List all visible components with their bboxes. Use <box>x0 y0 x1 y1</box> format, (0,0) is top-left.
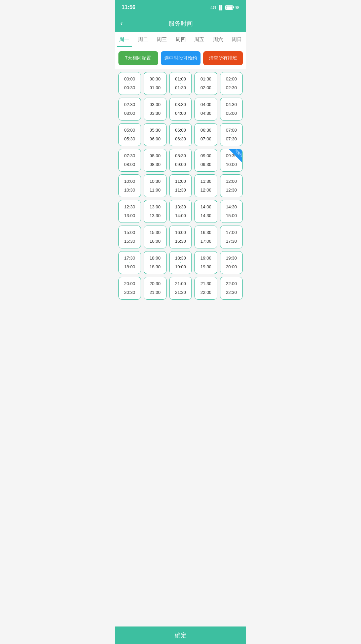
tab-周六[interactable]: 周六 <box>209 32 227 47</box>
time-slot[interactable]: 14:00·14:30 <box>194 200 217 223</box>
time-slot[interactable]: 22:00·22:30 <box>220 277 243 300</box>
header: ‹ 服务时间 <box>115 15 246 32</box>
time-slot[interactable]: 15:00·15:30 <box>118 226 141 248</box>
time-slot[interactable]: 00:30·01:00 <box>144 72 167 95</box>
time-slot[interactable]: 06:30·07:00 <box>194 123 217 146</box>
time-slot[interactable]: 09:30·10:00 <box>220 149 243 172</box>
time-slot[interactable]: 05:00·05:30 <box>118 123 141 146</box>
confirm-button[interactable]: 确定 <box>115 626 246 644</box>
time-slot[interactable]: 13:30·14:00 <box>169 200 192 223</box>
time-slot[interactable]: 04:30·05:00 <box>220 98 243 121</box>
tab-bar: 周一周二周三周四周五周六周日 <box>115 32 246 47</box>
tab-周三[interactable]: 周三 <box>152 32 171 47</box>
time-slot[interactable]: 11:30·12:00 <box>194 174 217 197</box>
tab-周一[interactable]: 周一 <box>115 32 134 47</box>
time-slot[interactable]: 06:00·06:30 <box>169 123 192 146</box>
time-slot[interactable]: 13:00·13:30 <box>144 200 167 223</box>
time-slot[interactable]: 10:30·11:00 <box>144 174 167 197</box>
tab-周四[interactable]: 周四 <box>171 32 190 47</box>
time-slot[interactable]: 16:30·17:00 <box>194 226 217 248</box>
time-slot[interactable]: 02:30·03:00 <box>118 98 141 121</box>
time-slot[interactable]: 20:30·21:00 <box>144 277 167 300</box>
time-slot[interactable]: 09:00·09:30 <box>194 149 217 172</box>
time-slot[interactable]: 18:00·18:30 <box>144 251 167 274</box>
battery-icon <box>225 5 233 10</box>
tab-周五[interactable]: 周五 <box>190 32 209 47</box>
action-btn-0[interactable]: 7天相同配置 <box>118 51 158 65</box>
time-slot[interactable]: 00:00·00:30 <box>118 72 141 95</box>
time-slot[interactable]: 03:30·04:00 <box>169 98 192 121</box>
action-btn-2[interactable]: 清空所有排班 <box>203 51 243 65</box>
time-slot[interactable]: 17:30·18:00 <box>118 251 141 274</box>
time-slot[interactable]: 04:00·04:30 <box>194 98 217 121</box>
tab-周日[interactable]: 周日 <box>227 32 246 47</box>
time-slot[interactable]: 01:30·02:00 <box>194 72 217 95</box>
time-slot[interactable]: 15:30·16:00 <box>144 226 167 248</box>
signal-icon: 4G <box>210 5 216 10</box>
time-slot[interactable]: 16:00·16:30 <box>169 226 192 248</box>
status-bar: 11:56 4G ▐▌ 98 <box>115 0 246 15</box>
time-slot[interactable]: 21:30·22:00 <box>194 277 217 300</box>
signal-bars: ▐▌ <box>218 5 224 10</box>
tab-周二[interactable]: 周二 <box>134 32 152 47</box>
status-icons: 4G ▐▌ 98 <box>210 5 239 10</box>
time-slot[interactable]: 12:30·13:00 <box>118 200 141 223</box>
time-slot[interactable]: 12:00·12:30 <box>220 174 243 197</box>
time-slot[interactable]: 11:00·11:30 <box>169 174 192 197</box>
time-slot[interactable]: 20:00·20:30 <box>118 277 141 300</box>
time-slot[interactable]: 07:30·08:00 <box>118 149 141 172</box>
time-slot[interactable]: 01:00·01:30 <box>169 72 192 95</box>
time-slot[interactable]: 02:00·02:30 <box>220 72 243 95</box>
time-slot[interactable]: 10:00·10:30 <box>118 174 141 197</box>
time-slot[interactable]: 07:00·07:30 <box>220 123 243 146</box>
page-title: 服务时间 <box>131 20 230 28</box>
time-slot[interactable]: 14:30·15:00 <box>220 200 243 223</box>
action-buttons: 7天相同配置选中时段可预约清空所有排班 <box>115 47 246 69</box>
time-slot[interactable]: 19:00·19:30 <box>194 251 217 274</box>
time-slot[interactable]: 03:00·03:30 <box>144 98 167 121</box>
time-slot[interactable]: 08:00·08:30 <box>144 149 167 172</box>
back-button[interactable]: ‹ <box>120 19 131 28</box>
time-slot[interactable]: 17:00·17:30 <box>220 226 243 248</box>
action-btn-1[interactable]: 选中时段可预约 <box>161 51 201 65</box>
time-slot[interactable]: 21:00·21:30 <box>169 277 192 300</box>
time-slot[interactable]: 19:30·20:00 <box>220 251 243 274</box>
status-time: 11:56 <box>122 4 136 10</box>
battery-level: 98 <box>234 5 239 10</box>
time-slot[interactable]: 08:30·09:00 <box>169 149 192 172</box>
time-grid: 00:00·00:3000:30·01:0001:00·01:3001:30·0… <box>115 69 246 323</box>
time-slot[interactable]: 05:30·06:00 <box>144 123 167 146</box>
time-slot[interactable]: 18:30·19:00 <box>169 251 192 274</box>
